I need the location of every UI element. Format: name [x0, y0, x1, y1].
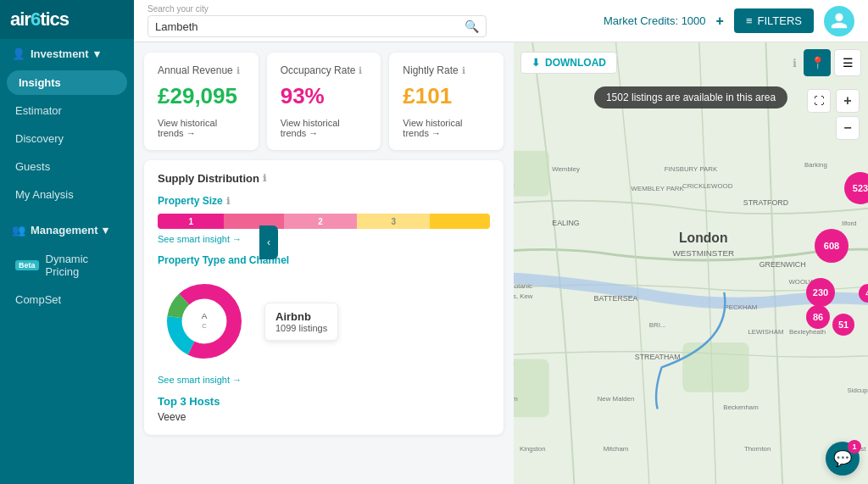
download-icon: ⬇ [531, 57, 540, 69]
chat-button[interactable]: 💬 1 [826, 442, 860, 476]
property-size-info[interactable]: ℹ [226, 196, 230, 207]
map-panel: ⬇ DOWNLOAD ℹ 📍 ☰ 1502 listings are avail… [514, 42, 868, 484]
channel-title: Property Type and Channel [158, 254, 490, 266]
fullscreen-button[interactable]: ⛶ [807, 89, 831, 113]
investment-chevron: ▾ [94, 47, 100, 60]
svg-rect-9 [682, 342, 749, 392]
download-label: DOWNLOAD [545, 57, 606, 69]
metrics-row: Annual Revenue ℹ £29,095 View historical… [144, 53, 504, 150]
sidebar-toggle[interactable]: ‹ [259, 225, 278, 259]
cluster-86[interactable]: 86 [806, 305, 830, 329]
svg-text:EALING: EALING [552, 219, 580, 227]
svg-rect-8 [514, 151, 549, 197]
nightly-value: £101 [403, 83, 490, 109]
left-panel: Annual Revenue ℹ £29,095 View historical… [134, 42, 514, 484]
search-container: Search your city 🔍 [147, 4, 487, 37]
logo: air6tics [10, 8, 69, 31]
nav-estimator[interactable]: Estimator [0, 97, 134, 125]
donut-chart: A C [158, 275, 251, 368]
add-credits-button[interactable]: + [716, 14, 724, 29]
avatar[interactable] [824, 6, 854, 36]
svg-text:CRICKLEWOOD: CRICKLEWOOD [682, 182, 733, 190]
svg-text:Twickenham: Twickenham [514, 395, 518, 403]
bar-seg-1: 1 [158, 214, 224, 229]
nav-guests[interactable]: Guests [0, 153, 134, 181]
svg-rect-7 [514, 359, 549, 418]
map-list-view-button[interactable]: ☰ [834, 49, 861, 76]
svg-text:Bexleyheath: Bexleyheath [789, 328, 826, 336]
map-pin-view-button[interactable]: 📍 [804, 49, 831, 76]
cluster-608[interactable]: 608 [815, 229, 849, 263]
svg-text:Kingston: Kingston [520, 445, 546, 453]
property-size-subtitle: Property Size ℹ [158, 195, 490, 207]
metric-nightly-rate: Nightly Rate ℹ £101 View historical tren… [389, 53, 504, 150]
svg-text:A: A [202, 311, 208, 320]
bar-seg-4: 3 [357, 214, 430, 229]
svg-text:BATTERSEA: BATTERSEA [594, 294, 638, 303]
see-insight2-link[interactable]: See smart insight → [158, 375, 490, 385]
svg-text:LEWISHAM: LEWISHAM [748, 328, 784, 336]
svg-text:FINSBURY PARK: FINSBURY PARK [665, 165, 718, 173]
donut-label: Airbnb 1099 listings [264, 303, 338, 341]
management-section[interactable]: 👥 Management ▾ [0, 215, 134, 245]
svg-text:WEMBLEY PARK: WEMBLEY PARK [632, 185, 685, 192]
map-info-icon[interactable]: ℹ [793, 57, 797, 70]
donut-center-sub: 1099 listings [275, 323, 327, 333]
map-view-toggle: 📍 ☰ [804, 49, 861, 76]
see-insight-link[interactable]: See smart insight → [158, 234, 490, 244]
main-area: Search your city 🔍 Market Credits: 1000 … [134, 0, 868, 484]
nav-discovery[interactable]: Discovery [0, 125, 134, 153]
svg-text:Wembley: Wembley [552, 165, 580, 173]
bar-seg-3: 2 [284, 214, 357, 229]
occupancy-link[interactable]: View historical trends → [281, 118, 368, 138]
nav-my-analysis[interactable]: My Analysis [0, 181, 134, 209]
occupancy-value: 93% [281, 83, 368, 109]
svg-text:GREENWICH: GREENWICH [760, 260, 806, 269]
svg-text:Greenford: Greenford [514, 182, 515, 190]
nav-compset[interactable]: CompSet [0, 286, 134, 314]
investment-icon: 👤 [12, 47, 25, 60]
nightly-info-icon[interactable]: ℹ [462, 65, 465, 76]
svg-text:Sidcup: Sidcup [848, 387, 868, 394]
search-input-wrap: 🔍 [147, 15, 487, 37]
topbar: Search your city 🔍 Market Credits: 1000 … [134, 0, 868, 42]
metric-annual-revenue-label: Annual Revenue ℹ [158, 64, 245, 76]
search-icon[interactable]: 🔍 [465, 19, 479, 33]
investment-section[interactable]: 👤 Investment ▾ [0, 39, 134, 69]
metric-annual-revenue: Annual Revenue ℹ £29,095 View historical… [144, 53, 259, 150]
occupancy-info-icon[interactable]: ℹ [359, 65, 362, 76]
nightly-link[interactable]: View historical trends → [403, 118, 490, 138]
metric-occupancy-label: Occupancy Rate ℹ [281, 64, 368, 76]
svg-text:BRI...: BRI... [649, 321, 666, 329]
svg-text:Barking: Barking [804, 161, 827, 169]
annual-revenue-value: £29,095 [158, 83, 245, 109]
annual-revenue-link[interactable]: View historical trends → [158, 118, 245, 138]
zoom-in-button[interactable]: + [836, 89, 860, 113]
content: Annual Revenue ℹ £29,095 View historical… [134, 42, 868, 484]
supply-card: Supply Distribution ℹ Property Size ℹ 1 … [144, 160, 504, 435]
nav-dynamic-pricing[interactable]: Beta Dynamic Pricing [0, 245, 134, 286]
svg-text:Beckenham: Beckenham [723, 403, 759, 411]
download-button[interactable]: ⬇ DOWNLOAD [520, 52, 617, 74]
svg-text:STRATFORD: STRATFORD [743, 198, 788, 207]
svg-text:New Malden: New Malden [598, 395, 635, 403]
svg-text:STREATHAM: STREATHAM [635, 353, 681, 361]
chat-badge: 1 [848, 440, 861, 453]
svg-text:Royal Botanic: Royal Botanic [514, 282, 532, 290]
cluster-51[interactable]: 51 [832, 314, 854, 336]
host-item-1: Veeve [158, 411, 490, 423]
annual-revenue-info-icon[interactable]: ℹ [236, 65, 240, 76]
map-tooltip: 1502 listings are available in this area [594, 86, 787, 108]
cluster-230[interactable]: 230 [806, 278, 835, 307]
sidebar: air6tics 👤 Investment ▾ Insights Estimat… [0, 0, 134, 484]
zoom-out-button[interactable]: − [836, 116, 860, 140]
metric-nightly-label: Nightly Rate ℹ [403, 64, 490, 76]
nav-insights[interactable]: Insights [7, 70, 127, 95]
market-credits-label: Market Credits: 1000 [604, 14, 706, 27]
search-input[interactable] [155, 20, 465, 33]
chat-icon: 💬 [833, 449, 852, 468]
filters-button[interactable]: ≡ FILTERS [734, 8, 814, 33]
donut-area: A C Airbnb 1099 listings [158, 275, 490, 368]
supply-info-icon[interactable]: ℹ [263, 173, 266, 184]
svg-text:C: C [202, 322, 207, 330]
